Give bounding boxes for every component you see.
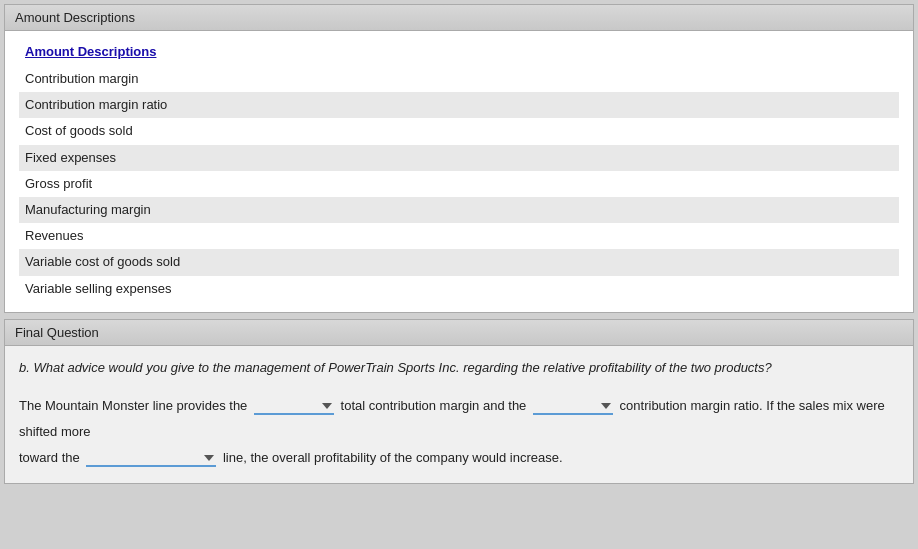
- amount-descriptions-body: Amount Descriptions Contribution marginC…: [5, 31, 913, 312]
- sentence2-before: toward the: [19, 450, 80, 465]
- amount-descriptions-link[interactable]: Amount Descriptions: [19, 41, 899, 62]
- amount-desc-row: Manufacturing margin: [19, 197, 899, 223]
- amount-desc-row: Contribution margin ratio: [19, 92, 899, 118]
- sentence1-middle: total contribution margin and the: [341, 398, 527, 413]
- amount-desc-row: Contribution margin: [19, 66, 899, 92]
- dropdown3-select[interactable]: Mountain Monster Road Runner: [86, 450, 216, 465]
- answer-line-1: The Mountain Monster line provides the h…: [19, 393, 899, 445]
- amount-desc-row: Cost of goods sold: [19, 118, 899, 144]
- dropdown3-wrapper: Mountain Monster Road Runner: [86, 450, 216, 467]
- amount-desc-row: Variable cost of goods sold: [19, 249, 899, 275]
- dropdown1-wrapper: higher lower: [254, 398, 334, 415]
- amount-descriptions-panel-header: Amount Descriptions: [5, 5, 913, 31]
- final-question-text: b. What advice would you give to the man…: [19, 358, 899, 378]
- amount-desc-row: Variable selling expenses: [19, 276, 899, 302]
- dropdown2-select[interactable]: higher lower: [533, 398, 613, 413]
- sentence2-after: line, the overall profitability of the c…: [223, 450, 563, 465]
- amount-descriptions-list: Contribution marginContribution margin r…: [19, 66, 899, 302]
- sentence1-before: The Mountain Monster line provides the: [19, 398, 247, 413]
- answer-line-2: toward the Mountain Monster Road Runner …: [19, 445, 899, 471]
- final-question-panel: Final Question b. What advice would you …: [4, 319, 914, 485]
- amount-descriptions-panel: Amount Descriptions Amount Descriptions …: [4, 4, 914, 313]
- amount-desc-row: Fixed expenses: [19, 145, 899, 171]
- dropdown1-select[interactable]: higher lower: [254, 398, 334, 413]
- dropdown2-wrapper: higher lower: [533, 398, 613, 415]
- main-container: Amount Descriptions Amount Descriptions …: [0, 0, 918, 549]
- final-question-panel-header: Final Question: [5, 320, 913, 346]
- amount-desc-row: Revenues: [19, 223, 899, 249]
- final-question-body: b. What advice would you give to the man…: [5, 346, 913, 484]
- amount-desc-row: Gross profit: [19, 171, 899, 197]
